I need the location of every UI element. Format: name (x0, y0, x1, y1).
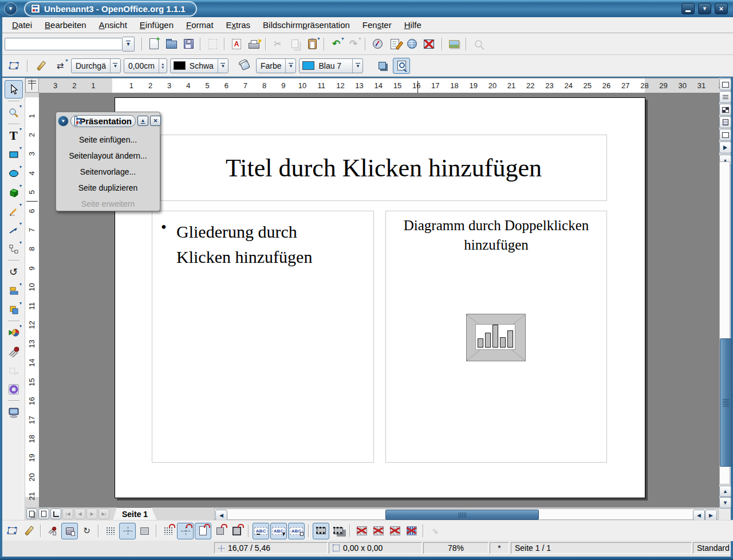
slide-view-button[interactable] (719, 104, 731, 116)
minimize-button[interactable] (681, 3, 695, 14)
line-style-combo[interactable]: Durchgä ▼ (71, 58, 121, 73)
menu-item[interactable]: Fenster (356, 18, 398, 31)
double-click-text-toggle[interactable] (288, 523, 305, 539)
outline-placeholder[interactable]: • Gliederung durch Klicken hinzufügen (152, 211, 374, 463)
vertical-scrollbar-thumb[interactable] (720, 338, 732, 467)
chart-placeholder-icon[interactable] (466, 314, 526, 361)
attributes-toggle[interactable] (313, 523, 329, 539)
palette-menu-button[interactable]: ▼ (58, 116, 69, 127)
save-button[interactable] (180, 37, 196, 52)
arrow-ends-button[interactable]: ▼ (52, 58, 68, 73)
snap-grid-toggle[interactable] (160, 523, 176, 539)
layer-mode-button[interactable] (50, 508, 61, 519)
chart-placeholder[interactable]: Diagramm durch Doppelklicken hinzufügen (385, 211, 607, 463)
paste-button[interactable]: ▼ (304, 37, 320, 52)
vertical-scrollbar-track[interactable] (719, 161, 730, 484)
print-button[interactable] (246, 37, 262, 52)
shadow-button[interactable] (374, 58, 390, 73)
url-dropdown-icon[interactable]: ▼ (123, 37, 135, 52)
outline-view-button[interactable] (719, 91, 731, 103)
3d-object-tool[interactable]: ▼ (5, 184, 22, 201)
fill-type-combo[interactable]: Farbe ▼ (256, 58, 297, 73)
start-show-button[interactable] (719, 141, 731, 153)
select-text-toggle[interactable] (270, 523, 287, 539)
fill-bucket-button[interactable] (237, 58, 253, 73)
presentation-tool[interactable] (5, 404, 22, 421)
line-style-dropdown-icon[interactable]: ▼ (110, 59, 120, 73)
interaction-select-toggle[interactable] (61, 523, 78, 539)
fill-type-dropdown-icon[interactable]: ▼ (285, 59, 295, 73)
palette-item[interactable]: Seite duplizieren (56, 180, 160, 196)
maximize-button[interactable] (698, 3, 711, 14)
slide-page[interactable]: Titel durch Klicken hinzufügen • Glieder… (115, 97, 645, 498)
presentation-palette[interactable]: ▼ Präsentation Seite einfügen...Seitenla… (56, 112, 160, 211)
page-mode-button[interactable] (26, 508, 37, 519)
line-color-dropdown-icon[interactable]: ▼ (218, 59, 228, 73)
drawing-view-button[interactable] (719, 78, 731, 90)
palette-close-button[interactable] (150, 116, 161, 126)
menu-item[interactable]: Hilfe (398, 18, 428, 31)
line-placeholder-toggle[interactable] (404, 523, 419, 539)
connector-tool[interactable]: ▼ (5, 240, 22, 258)
new-document-button[interactable] (146, 37, 162, 52)
menu-item[interactable]: Bildschirmpräsentation (257, 18, 356, 31)
zoom-field[interactable]: 78% (423, 542, 488, 554)
stylist-button[interactable] (387, 37, 403, 52)
notes-view-button[interactable] (719, 116, 731, 128)
menu-item[interactable]: Ansicht (93, 18, 133, 31)
ellipse-tool[interactable]: ▼ (5, 165, 22, 182)
snap-guides-toggle[interactable] (177, 523, 194, 539)
rectangle-tool[interactable]: ▼ (5, 146, 22, 163)
menu-item[interactable]: Extras (220, 18, 257, 31)
horizontal-ruler[interactable]: 3211234567891011121314151617181920212223… (39, 78, 719, 94)
alignment-tool[interactable]: ▼ (5, 282, 22, 299)
page-tab[interactable]: Seite 1 (113, 507, 157, 520)
line-width-stepper[interactable]: ▲▼ (159, 59, 167, 73)
navigator-button[interactable] (369, 37, 385, 52)
url-input[interactable] (5, 38, 123, 50)
undo-button[interactable]: ▼ (328, 37, 344, 52)
gallery-button[interactable] (446, 37, 462, 52)
insert-tool[interactable]: ▼ (5, 324, 22, 341)
picture-placeholder-toggle[interactable] (354, 523, 369, 539)
edit-points-toggle[interactable] (5, 523, 20, 539)
show-grid-toggle[interactable] (103, 523, 118, 539)
zoom-tool[interactable]: ▼ (5, 104, 22, 121)
export-pdf-button[interactable] (228, 37, 245, 52)
handout-view-button[interactable] (719, 129, 731, 141)
fill-color-combo[interactable]: Blau 7 ▼ (299, 58, 363, 73)
snap-margins-toggle[interactable] (195, 523, 211, 539)
paste-dropdown-icon[interactable]: ▼ (317, 37, 321, 41)
lines-arrows-tool[interactable]: ▼ (5, 222, 22, 239)
quick-edit-toggle[interactable] (253, 523, 269, 539)
guides-front-toggle[interactable] (137, 523, 152, 539)
scroll-left-button[interactable]: ◀ (215, 510, 227, 521)
document-canvas[interactable]: Titel durch Klicken hinzufügen • Glieder… (39, 93, 719, 507)
scroll-left-button-2[interactable]: ◀ (693, 510, 705, 521)
palette-item[interactable]: Seite erweitern (56, 196, 160, 212)
undo-dropdown-icon[interactable]: ▼ (341, 37, 345, 41)
rotate-tool[interactable] (5, 263, 22, 281)
scroll-right-button[interactable]: ▶ (705, 510, 717, 521)
horizontal-scrollbar-track[interactable]: ◀ ◀ ▶ (214, 508, 718, 520)
palette-rollup-button[interactable] (137, 116, 148, 126)
show-guides-toggle[interactable] (119, 523, 136, 539)
horizontal-scrollbar-thumb[interactable] (385, 510, 539, 520)
rotate-mode-toggle[interactable] (79, 523, 94, 539)
effects-tool[interactable] (5, 343, 22, 360)
menu-item[interactable]: Bearbeiten (38, 18, 93, 31)
zoom-page-button[interactable] (421, 37, 437, 52)
curve-tool[interactable]: ▼ (5, 203, 22, 220)
close-button[interactable] (715, 3, 728, 14)
palette-title-bar[interactable]: ▼ Präsentation (56, 112, 160, 128)
line-width-spinner[interactable]: 0,00cm ▲▼ (124, 58, 167, 73)
snap-points-toggle[interactable] (229, 523, 245, 539)
menu-item[interactable]: Einfügen (133, 18, 180, 31)
open-button[interactable] (163, 37, 179, 52)
effects-select-toggle[interactable] (45, 523, 60, 539)
glue-points-toggle[interactable] (21, 523, 37, 539)
master-mode-button[interactable] (38, 508, 49, 519)
fill-color-dropdown-icon[interactable]: ▼ (352, 59, 362, 73)
text-tool[interactable]: T▼ (5, 127, 22, 144)
select-tool[interactable] (5, 80, 23, 98)
